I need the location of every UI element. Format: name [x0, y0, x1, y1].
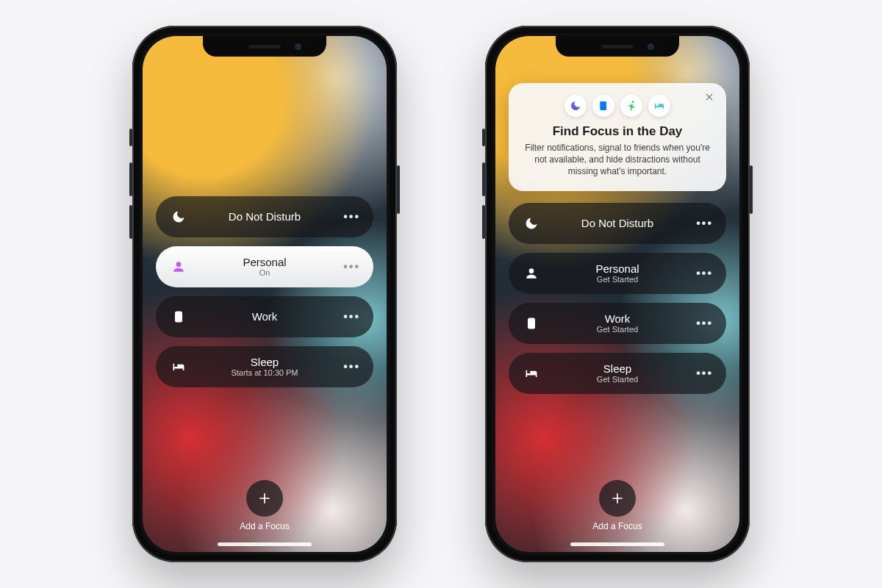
more-icon[interactable]: •••: [694, 367, 713, 380]
person-icon: [169, 259, 188, 274]
side-buttons-left: [482, 129, 485, 239]
more-icon[interactable]: •••: [341, 360, 360, 373]
focus-title: Do Not Disturb: [541, 217, 694, 229]
focus-title: Personal: [188, 256, 341, 268]
add-focus-button[interactable]: [599, 480, 636, 517]
focus-title: Work: [541, 312, 694, 325]
bed-icon: [648, 95, 670, 117]
screen: Find Focus in the Day Filter notificatio…: [495, 36, 739, 552]
focus-work[interactable]: Work •••: [156, 296, 373, 337]
focus-work[interactable]: Work Get Started •••: [509, 303, 726, 344]
card-icon-row: [522, 95, 713, 117]
focus-title: Sleep: [188, 356, 341, 368]
side-buttons-left: [129, 129, 132, 239]
more-icon[interactable]: •••: [341, 210, 360, 223]
focus-subtitle: Starts at 10:30 PM: [188, 368, 341, 378]
card-title: Find Focus in the Day: [522, 124, 713, 139]
add-focus-label: Add a Focus: [592, 521, 642, 531]
moon-icon: [169, 209, 188, 224]
badge-icon: [522, 316, 541, 331]
more-icon[interactable]: •••: [694, 217, 713, 230]
more-icon[interactable]: •••: [694, 317, 713, 330]
add-focus-button[interactable]: [246, 480, 283, 517]
close-button[interactable]: [704, 92, 717, 105]
person-icon: [522, 266, 541, 281]
plus-icon: [610, 491, 625, 506]
notch: [556, 36, 679, 57]
side-button-right: [750, 165, 753, 214]
more-icon[interactable]: •••: [341, 310, 360, 323]
focus-subtitle: Get Started: [541, 275, 694, 284]
run-icon: [620, 95, 642, 117]
moon-icon: [564, 95, 587, 117]
focus-subtitle: On: [188, 268, 341, 278]
focus-personal[interactable]: Personal Get Started •••: [509, 253, 726, 294]
focus-personal[interactable]: Personal On •••: [156, 246, 373, 287]
add-focus-label: Add a Focus: [240, 521, 289, 531]
bed-icon: [169, 359, 188, 374]
focus-do-not-disturb[interactable]: Do Not Disturb •••: [156, 196, 373, 237]
focus-title: Work: [188, 310, 341, 323]
close-icon: [704, 92, 714, 102]
plus-icon: [257, 491, 272, 506]
focus-subtitle: Get Started: [541, 325, 694, 334]
badge-icon: [169, 309, 188, 324]
focus-title: Do Not Disturb: [188, 210, 341, 223]
moon-icon: [522, 216, 541, 231]
screen: Do Not Disturb ••• Personal On ••• Work: [143, 36, 387, 552]
focus-title: Personal: [541, 262, 694, 275]
more-icon[interactable]: •••: [341, 260, 360, 273]
home-indicator[interactable]: [570, 542, 664, 546]
card-body: Filter notifications, signal to friends …: [522, 142, 713, 178]
phone-right: Find Focus in the Day Filter notificatio…: [485, 26, 750, 562]
book-icon: [592, 95, 614, 117]
more-icon[interactable]: •••: [694, 267, 713, 280]
home-indicator[interactable]: [218, 542, 312, 546]
bed-icon: [522, 366, 541, 381]
focus-subtitle: Get Started: [541, 375, 694, 384]
focus-list: Do Not Disturb ••• Personal On ••• Work: [156, 196, 373, 387]
side-button-right: [397, 165, 400, 214]
focus-intro-card: Find Focus in the Day Filter notificatio…: [509, 83, 726, 191]
focus-do-not-disturb[interactable]: Do Not Disturb •••: [509, 203, 726, 244]
focus-sleep[interactable]: Sleep Starts at 10:30 PM •••: [156, 346, 373, 387]
notch: [203, 36, 326, 57]
phone-left: Do Not Disturb ••• Personal On ••• Work: [132, 26, 397, 562]
focus-sleep[interactable]: Sleep Get Started •••: [509, 353, 726, 394]
focus-title: Sleep: [541, 362, 694, 375]
focus-list: Do Not Disturb ••• Personal Get Started …: [509, 203, 726, 394]
